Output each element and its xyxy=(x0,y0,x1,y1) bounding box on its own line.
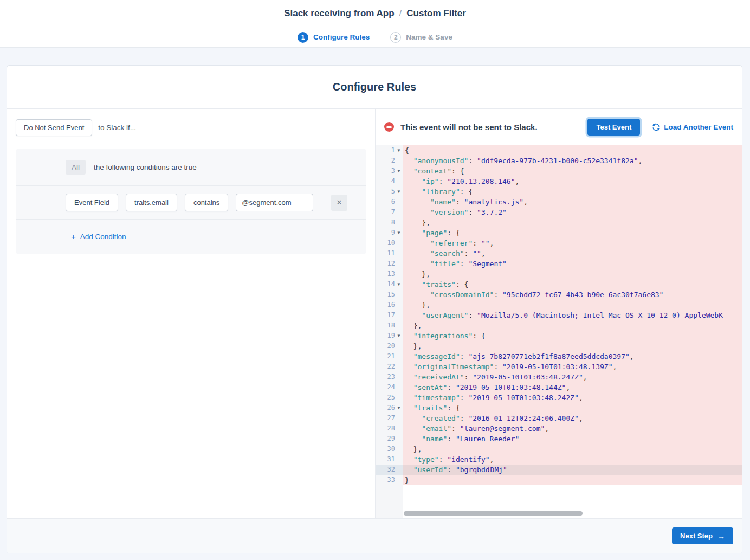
line-number: 20 xyxy=(376,341,395,351)
json-event-editor[interactable]: 1▼{2 "anonymousId": "ddf9ecda-977b-4231-… xyxy=(376,145,742,518)
next-step-button[interactable]: Next Step → xyxy=(672,527,733,544)
code-line-content[interactable]: "type": "identify", xyxy=(403,454,742,465)
fold-arrow-icon[interactable]: ▼ xyxy=(395,228,403,238)
code-line-content[interactable]: }, xyxy=(403,341,742,351)
code-line[interactable]: 1▼{ xyxy=(376,145,742,156)
code-line-content[interactable]: "receivedAt": "2019-05-10T01:03:48.247Z"… xyxy=(403,372,742,382)
code-line[interactable]: 3▼ "context": { xyxy=(376,166,742,176)
code-line-content[interactable]: }, xyxy=(403,320,742,331)
json-key: "crossDomainId" xyxy=(430,291,494,299)
code-line-content[interactable]: "messageId": "ajs-7b8270771eb2f1f8a87eed… xyxy=(403,351,742,362)
code-line[interactable]: 13 }, xyxy=(376,269,742,279)
code-line-content[interactable]: "created": "2016-01-12T02:24:06.400Z", xyxy=(403,413,742,423)
code-line-content[interactable]: "version": "3.7.2" xyxy=(403,207,742,217)
fold-arrow-icon[interactable]: ▼ xyxy=(395,186,403,197)
test-event-button[interactable]: Test Event xyxy=(587,119,640,136)
code-line[interactable]: 20 }, xyxy=(376,341,742,351)
code-line[interactable]: 5▼ "library": { xyxy=(376,186,742,197)
code-line[interactable]: 6 "name": "analytics.js", xyxy=(376,197,742,207)
code-line[interactable]: 4 "ip": "210.13.208.146", xyxy=(376,176,742,186)
code-line-content[interactable]: }, xyxy=(403,444,742,454)
code-line-content[interactable]: "title": "Segment" xyxy=(403,259,742,269)
code-line-content[interactable]: "referrer": "", xyxy=(403,238,742,248)
code-line-content[interactable]: } xyxy=(403,475,742,485)
code-line-content[interactable]: { xyxy=(403,145,742,156)
code-line-content[interactable]: "traits": { xyxy=(403,279,742,289)
condition-operator-button[interactable]: contains xyxy=(185,194,228,211)
code-line-content[interactable]: "email": "lauren@segment.com", xyxy=(403,423,742,434)
line-gutter: 7 xyxy=(376,207,403,217)
horizontal-scrollbar-thumb[interactable] xyxy=(404,511,583,516)
code-line-content[interactable]: "ip": "210.13.208.146", xyxy=(403,176,742,186)
code-line[interactable]: 27 "created": "2016-01-12T02:24:06.400Z"… xyxy=(376,413,742,423)
code-line-content[interactable]: "timestamp": "2019-05-10T01:03:48.242Z", xyxy=(403,392,742,403)
code-line[interactable]: 21 "messageId": "ajs-7b8270771eb2f1f8a87… xyxy=(376,351,742,362)
code-line[interactable]: 24 "sentAt": "2019-05-10T01:03:48.144Z", xyxy=(376,382,742,392)
code-line[interactable]: 10 "referrer": "", xyxy=(376,238,742,248)
code-line-content[interactable]: "library": { xyxy=(403,186,742,197)
code-line-content[interactable]: "crossDomainId": "95cbdd72-fc67-4b43-b90… xyxy=(403,289,742,300)
code-line[interactable]: 12 "title": "Segment" xyxy=(376,259,742,269)
code-line[interactable]: 25 "timestamp": "2019-05-10T01:03:48.242… xyxy=(376,392,742,403)
step-name-and-save[interactable]: 2 Name & Save xyxy=(390,32,452,43)
fold-arrow-icon[interactable]: ▼ xyxy=(395,279,403,289)
code-line-content[interactable]: "name": "analytics.js", xyxy=(403,197,742,207)
code-line-content[interactable]: "originalTimestamp": "2019-05-10T01:03:4… xyxy=(403,362,742,372)
operator-all-badge[interactable]: All xyxy=(66,160,86,175)
fold-slot-empty xyxy=(395,444,403,454)
code-line[interactable]: 31 "type": "identify", xyxy=(376,454,742,465)
code-line[interactable]: 11 "search": "", xyxy=(376,248,742,259)
code-line[interactable]: 26▼ "traits": { xyxy=(376,403,742,413)
code-line-content[interactable]: "sentAt": "2019-05-10T01:03:48.144Z", xyxy=(403,382,742,392)
code-line[interactable]: 18 }, xyxy=(376,320,742,331)
condition-field-button[interactable]: traits.email xyxy=(126,194,177,211)
code-line-content[interactable]: }, xyxy=(403,269,742,279)
line-gutter: 5▼ xyxy=(376,186,403,197)
line-number: 23 xyxy=(376,372,395,382)
remove-condition-button[interactable]: ✕ xyxy=(331,195,347,211)
code-line[interactable]: 33} xyxy=(376,475,742,485)
code-line[interactable]: 16 }, xyxy=(376,300,742,310)
condition-type-button[interactable]: Event Field xyxy=(66,194,118,211)
code-line[interactable]: 2 "anonymousId": "ddf9ecda-977b-4231-b00… xyxy=(376,156,742,166)
code-line-content[interactable]: "userId": "bgrqbddDMj" xyxy=(403,465,742,475)
code-line[interactable]: 23 "receivedAt": "2019-05-10T01:03:48.24… xyxy=(376,372,742,382)
json-punctuation xyxy=(405,404,413,412)
fold-arrow-icon[interactable]: ▼ xyxy=(395,166,403,176)
add-condition-label: Add Condition xyxy=(80,233,126,241)
json-punctuation: : xyxy=(456,198,464,206)
code-line-content[interactable]: }, xyxy=(403,217,742,228)
code-line[interactable]: 8 }, xyxy=(376,217,742,228)
code-line[interactable]: 30 }, xyxy=(376,444,742,454)
action-selector-button[interactable]: Do Not Send Event xyxy=(16,119,92,136)
code-line[interactable]: 14▼ "traits": { xyxy=(376,279,742,289)
condition-value-input[interactable] xyxy=(236,194,313,211)
code-line-content[interactable]: "page": { xyxy=(403,228,742,238)
code-line-content[interactable]: "traits": { xyxy=(403,403,742,413)
code-line[interactable]: 19▼ "integrations": { xyxy=(376,331,742,341)
json-punctuation: : xyxy=(464,249,473,258)
code-line-content[interactable]: "integrations": { xyxy=(403,331,742,341)
code-line-content[interactable]: "userAgent": "Mozilla/5.0 (Macintosh; In… xyxy=(403,310,742,320)
load-another-event-link[interactable]: Load Another Event xyxy=(652,123,733,131)
fold-arrow-icon[interactable]: ▼ xyxy=(395,331,403,341)
code-line-content[interactable]: }, xyxy=(403,300,742,310)
fold-arrow-icon[interactable]: ▼ xyxy=(395,145,403,156)
code-line[interactable]: 15 "crossDomainId": "95cbdd72-fc67-4b43-… xyxy=(376,289,742,300)
code-line[interactable]: 22 "originalTimestamp": "2019-05-10T01:0… xyxy=(376,362,742,372)
code-line[interactable]: 32 "userId": "bgrqbddDMj" xyxy=(376,465,742,475)
json-punctuation: }, xyxy=(405,445,422,453)
code-line-content[interactable]: "anonymousId": "ddf9ecda-977b-4231-b000-… xyxy=(403,156,742,166)
json-key: "originalTimestamp" xyxy=(413,363,494,371)
code-line-content[interactable]: "context": { xyxy=(403,166,742,176)
code-line-content[interactable]: "search": "", xyxy=(403,248,742,259)
add-condition-button[interactable]: + Add Condition xyxy=(71,233,126,241)
code-line[interactable]: 28 "email": "lauren@segment.com", xyxy=(376,423,742,434)
code-line[interactable]: 17 "userAgent": "Mozilla/5.0 (Macintosh;… xyxy=(376,310,742,320)
code-line[interactable]: 7 "version": "3.7.2" xyxy=(376,207,742,217)
code-line[interactable]: 9▼ "page": { xyxy=(376,228,742,238)
fold-arrow-icon[interactable]: ▼ xyxy=(395,403,403,413)
code-line-content[interactable]: "name": "Lauren Reeder" xyxy=(403,434,742,444)
code-line[interactable]: 29 "name": "Lauren Reeder" xyxy=(376,434,742,444)
step-configure-rules[interactable]: 1 Configure Rules xyxy=(298,32,370,43)
